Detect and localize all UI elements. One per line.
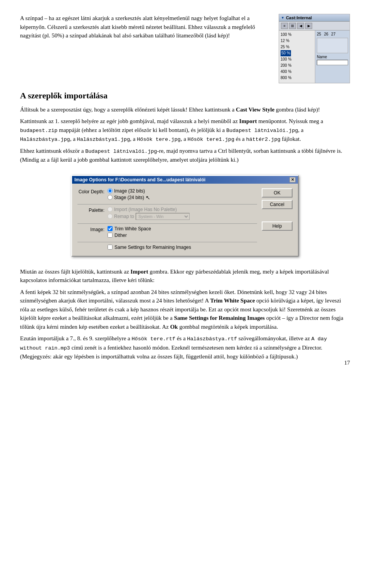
section-title: A szereplők importálása	[20, 90, 350, 101]
dialog-buttons: OK Cancel Help	[262, 188, 293, 251]
same-settings-checkbox-row: Same Settings for Remaining Images	[108, 245, 257, 250]
cast-list-btn[interactable]: ≡	[281, 23, 288, 29]
radio-palette-remap[interactable]	[108, 214, 113, 219]
same-settings-label: Same Settings for Remaining Images	[114, 245, 191, 250]
dither-label: Dither	[114, 233, 127, 238]
radio-image-row: Image (32 bits)	[108, 188, 257, 194]
zoom-800: 800 %	[281, 75, 315, 81]
dialog-body: Color Depth: Image (32 bits) Stage (24 b…	[72, 184, 298, 256]
button-spacer	[262, 211, 293, 219]
color-depth-content: Image (32 bits) Stage (24 bits) ↖	[108, 188, 257, 201]
radio-stage-24[interactable]	[108, 195, 113, 200]
ok-button[interactable]: OK	[262, 188, 293, 198]
col-26: 26	[322, 32, 328, 36]
palette-row: Palette: Import (Image Has No Palette) R…	[77, 207, 257, 221]
import-menu-label: Import	[239, 118, 257, 124]
cast-panel-screenshot: ▼ Cast:Internal ≡ ⊞ ◀ ▶ 100 % 12 % 25 % …	[279, 14, 350, 83]
cast-prev-btn[interactable]: ◀	[297, 23, 304, 29]
color-depth-row: Color Depth: Image (32 bits) Stage (24 b…	[77, 188, 257, 201]
intro-paragraph: A színpad – ha az egészet látni akarjuk …	[20, 14, 272, 40]
first-file-ref: Budapest látnivalói.jpg	[85, 149, 157, 154]
divider-2	[77, 223, 257, 224]
radio-image-label: Image (32 bits)	[114, 188, 145, 194]
zoom-400: 400 %	[281, 69, 315, 75]
name-label: Name	[317, 55, 348, 59]
budapest-zip2: zip	[48, 128, 57, 133]
palette-content: Import (Image Has No Palette) Remap to S…	[108, 207, 257, 221]
palette-import-label: Import (Image Has No Palette)	[114, 207, 177, 212]
file2: Halászbástya.jpg	[20, 137, 70, 142]
trim-whitespace-checkbox[interactable]	[108, 226, 113, 231]
trim-whitespace-label: Trim White Space	[114, 226, 151, 231]
palette-remap-label: Remap to	[114, 214, 134, 219]
zoom-100: 100 %	[281, 56, 315, 63]
color-depth-label: Color Depth:	[77, 188, 104, 194]
zoom-12: 12 %	[281, 38, 315, 44]
zoom-area: 100 % 12 % 25 % 50 % 100 % 200 % 400 % 8…	[279, 30, 315, 83]
name-input-field[interactable]	[317, 60, 348, 65]
import-btn-ref: Import	[131, 269, 148, 275]
file1: Budapest látnivalói.jpg	[226, 128, 298, 133]
section-para-1: Állítsuk be a szereposztást úgy, hogy a …	[20, 105, 350, 114]
radio-palette-import[interactable]	[108, 207, 113, 212]
palette-remap-row: Remap to System - Win	[108, 213, 257, 220]
zoom-200: 200 %	[281, 63, 315, 69]
col-27: 27	[329, 32, 336, 36]
hosok-rtf: Hősök tere.rtf	[132, 336, 175, 342]
trim-ref: Trim White Space	[210, 297, 255, 304]
top-text: A színpad – ha az egészet látni akarjuk …	[20, 14, 272, 43]
budapest-zip: budapest.	[20, 128, 48, 133]
file5: Hősök tere1.jpg	[188, 137, 235, 142]
section-para-3: Ehhez kattintsunk először a Budapest lát…	[20, 147, 350, 164]
zoom-100-top: 100 %	[281, 32, 315, 38]
dither-checkbox[interactable]	[108, 233, 113, 238]
cast-preview-area	[317, 38, 348, 53]
top-section: A színpad – ha az egészet látni akarjuk …	[20, 14, 350, 83]
file4: Hősök tere.jpg	[137, 137, 180, 142]
image-content: Trim White Space Dither	[108, 226, 257, 239]
cast-next-btn[interactable]: ▶	[305, 23, 312, 29]
image-label: Image:	[77, 226, 104, 232]
cancel-button[interactable]: Cancel	[262, 200, 293, 209]
cursor-icon: ↖	[146, 194, 150, 201]
bottom-para-1: Miután az összes fájlt kijelöltük, katti…	[20, 267, 350, 285]
palette-dropdown[interactable]: System - Win	[136, 213, 190, 220]
image-options-dialog: Image Options for F:\Documents and Se...…	[71, 175, 299, 257]
same-settings-row: Same Settings for Remaining Images	[77, 245, 257, 250]
page: A színpad – ha az egészet látni akarjuk …	[0, 0, 370, 378]
file3: Halászbástya1.	[77, 137, 121, 142]
bottom-para-2: A fenti képek 32 bit színmélységűek, a s…	[20, 288, 350, 331]
cast-triangle-icon: ▼	[281, 16, 284, 20]
cast-body: 100 % 12 % 25 % 50 % 100 % 200 % 400 % 8…	[279, 30, 350, 83]
cast-right-panel: 25 26 27 Name	[315, 30, 350, 83]
radio-image-32[interactable]	[108, 188, 113, 193]
bottom-para-3: Ezután importáljuk a 7., 8. és 9. szerpl…	[20, 334, 350, 361]
dither-row: Dither	[108, 233, 257, 238]
zoom-50-highlighted: 50 %	[281, 50, 291, 56]
image-options-dialog-wrapper: Image Options for F:\Documents and Se...…	[20, 175, 350, 257]
dialog-fields: Color Depth: Image (32 bits) Stage (24 b…	[77, 188, 257, 251]
palette-label: Palette:	[77, 207, 104, 213]
zoom-25: 25 %	[281, 44, 315, 50]
dialog-close-button[interactable]: ✕	[289, 177, 296, 182]
image-row: Image: Trim White Space Dither	[77, 226, 257, 239]
dialog-titlebar: Image Options for F:\Documents and Se...…	[72, 176, 298, 184]
ok-ref: Ok	[170, 324, 178, 330]
radio-stage-row: Stage (24 bits) ↖	[108, 194, 257, 201]
same-settings-checkbox[interactable]	[108, 245, 113, 250]
section-para-2: Kattintsunk az 1. szereplő helyére az eg…	[20, 117, 350, 144]
cast-title: Cast:Internal	[286, 15, 312, 20]
divider-1	[77, 204, 257, 204]
divider-3	[77, 242, 257, 242]
cast-panel-numbers: 25 26 27	[317, 32, 348, 36]
file6: háttér2.jpg	[246, 137, 280, 142]
dialog-title: Image Options for F:\Documents and Se...…	[74, 177, 205, 182]
palette-import-row: Import (Image Has No Palette)	[108, 207, 257, 212]
help-button[interactable]: Help	[262, 221, 293, 231]
cast-header: ▼ Cast:Internal	[279, 14, 350, 22]
file3b: jpg	[121, 137, 130, 142]
col-25: 25	[317, 32, 321, 36]
cast-grid-btn[interactable]: ⊞	[289, 23, 296, 29]
cast-toolbar: ≡ ⊞ ◀ ▶	[279, 22, 350, 30]
page-number: 17	[344, 360, 350, 366]
